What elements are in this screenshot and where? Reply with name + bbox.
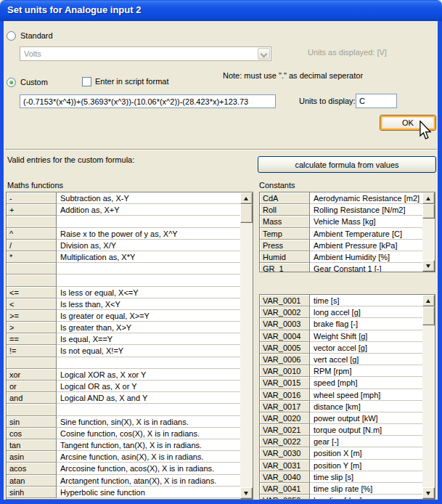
script-format-checkbox[interactable]	[82, 77, 91, 86]
row-desc-cell: Sine function, sin(X), X is in radians.	[57, 416, 240, 428]
row-desc-cell: Gear Constant 1 [-]	[310, 263, 422, 272]
row-desc-cell	[57, 263, 240, 275]
variables-scrollbar[interactable]	[422, 295, 435, 499]
maths-functions-table: -Subtraction as, X-Y+Addition as, X+Y^Ra…	[6, 192, 253, 500]
row-key-cell: VAR_0006	[260, 354, 310, 365]
row-key-cell: VAR_0050	[260, 495, 310, 499]
row-desc-cell: Vehicle Mass [kg]	[310, 216, 422, 227]
row-key-cell: acos	[7, 463, 57, 474]
scroll-up-button[interactable]	[422, 192, 435, 204]
row-desc-cell: Rolling Resistance [N/m2]	[310, 204, 422, 216]
set-units-dialog: Set units for Analogue input 2 Standard …	[0, 0, 442, 504]
row-desc-cell: Aerodynamic Resistance [m2]	[310, 192, 422, 204]
triangle-up-icon	[426, 197, 430, 200]
row-desc-cell: time slip [s]	[310, 471, 422, 483]
maths-scrollbar[interactable]	[240, 192, 253, 499]
table-row: VAR_0022gear [-]	[260, 436, 422, 447]
row-desc-cell: Logical OR as, X or Y	[57, 381, 240, 392]
table-row: VAR_0006vert accel [g]	[260, 354, 422, 365]
table-row: sinSine function, sin(X), X is in radian…	[7, 416, 240, 428]
scroll-down-button[interactable]	[422, 487, 435, 499]
table-row: GR_1Gear Constant 1 [-]	[260, 263, 422, 272]
table-row: andLogical AND as, X and Y	[7, 392, 240, 404]
row-desc-cell: Cosine function, cos(X), X is in radians…	[57, 428, 240, 439]
constants-scrollbar[interactable]	[422, 192, 435, 272]
scroll-up-button[interactable]	[422, 295, 435, 306]
row-desc-cell: Tangent function, tan(X), X is in radian…	[57, 439, 240, 451]
row-desc-cell: torque output [N.m]	[310, 424, 422, 436]
table-row: atanArctangent function, atan(X), X is i…	[7, 475, 240, 487]
title-bar[interactable]: Set units for Analogue input 2	[0, 0, 442, 21]
table-row: CdAAerodynamic Resistance [m2]	[260, 192, 422, 204]
table-row: VAR_0017distance [km]	[260, 401, 422, 412]
row-desc-cell: time slip rate [%]	[310, 483, 422, 495]
row-desc-cell: distance [km]	[310, 401, 422, 412]
combobox-dropdown-button[interactable]	[258, 48, 270, 60]
calculate-formula-button[interactable]: calculate formula from values	[258, 156, 436, 173]
triangle-up-icon	[244, 197, 248, 200]
row-key-cell: <	[7, 298, 57, 310]
table-row: VAR_0030position X [m]	[260, 447, 422, 459]
row-key-cell: tan	[7, 439, 57, 451]
row-key-cell: VAR_0030	[260, 447, 310, 459]
units-to-display-input[interactable]	[356, 94, 397, 108]
row-key-cell: Mass	[260, 216, 310, 227]
row-desc-cell: power output [kW]	[310, 412, 422, 424]
row-key-cell: sinh	[7, 487, 57, 498]
standard-radio[interactable]	[7, 31, 16, 41]
custom-radio[interactable]	[7, 78, 16, 87]
standard-radio-label: Standard	[20, 31, 53, 40]
table-row: *Multiplication as, X*Y	[7, 251, 240, 263]
chevron-down-icon	[261, 51, 268, 58]
row-key-cell	[7, 216, 57, 227]
mouse-cursor-icon	[419, 121, 432, 142]
combobox-value: Volts	[24, 49, 41, 58]
row-desc-cell: vert accel [g]	[310, 354, 422, 365]
scrollbar-thumb[interactable]	[240, 204, 253, 223]
variables-rows: VAR_0001time [s]VAR_0002long accel [g]VA…	[260, 295, 422, 499]
row-desc-cell: Ambient Humidity [%]	[310, 251, 422, 263]
scroll-down-button[interactable]	[422, 260, 435, 272]
row-key-cell: >	[7, 322, 57, 333]
row-key-cell: VAR_0005	[260, 342, 310, 354]
table-row: VAR_0005vector accel [g]	[260, 342, 422, 354]
row-key-cell: VAR_0010	[260, 365, 310, 377]
row-key-cell: VAR_0021	[260, 424, 310, 436]
row-desc-cell	[57, 357, 240, 369]
scrollbar-thumb[interactable]	[422, 306, 435, 325]
table-row: VAR_0041time slip rate [%]	[260, 483, 422, 495]
formula-input[interactable]	[20, 94, 276, 108]
table-row: >=Is greater or equal, X>=Y	[7, 310, 240, 322]
row-key-cell: Temp	[260, 228, 310, 240]
row-desc-cell	[57, 404, 240, 415]
scrollbar-track[interactable]	[422, 325, 435, 487]
row-key-cell: or	[7, 381, 57, 392]
row-key-cell: VAR_0015	[260, 377, 310, 389]
row-key-cell: atan	[7, 475, 57, 487]
row-desc-cell: RPM [rpm]	[310, 365, 422, 377]
row-key-cell: xor	[7, 369, 57, 381]
scroll-down-button[interactable]	[240, 487, 253, 499]
scrollbar-track[interactable]	[422, 219, 435, 260]
row-key-cell: VAR_0001	[260, 295, 310, 306]
row-desc-cell: long accel [g]	[310, 306, 422, 318]
scrollbar-thumb[interactable]	[422, 204, 435, 219]
table-row: VAR_0050heading [deg]	[260, 495, 422, 499]
scroll-up-button[interactable]	[240, 192, 253, 204]
custom-radio-label: Custom	[20, 78, 48, 86]
table-row	[7, 216, 240, 227]
units-as-displayed-label: Units as displayed: [V]	[308, 48, 387, 57]
row-key-cell: ==	[7, 333, 57, 345]
row-key-cell: VAR_0016	[260, 389, 310, 401]
scrollbar-track[interactable]	[240, 223, 253, 487]
table-row: HumidAmbient Humidity [%]	[260, 251, 422, 263]
row-desc-cell: Is less or equal, X<=Y	[57, 287, 240, 298]
row-key-cell: /	[7, 240, 57, 251]
table-row: ^Raise x to the power of y as, X^Y	[7, 228, 240, 240]
row-key-cell	[7, 404, 57, 415]
window-border-left	[0, 21, 4, 504]
standard-units-combobox[interactable]: Volts	[20, 46, 271, 61]
row-key-cell: !=	[7, 345, 57, 357]
row-key-cell: *	[7, 251, 57, 263]
row-desc-cell: Is not equal, X!=Y	[57, 345, 240, 357]
